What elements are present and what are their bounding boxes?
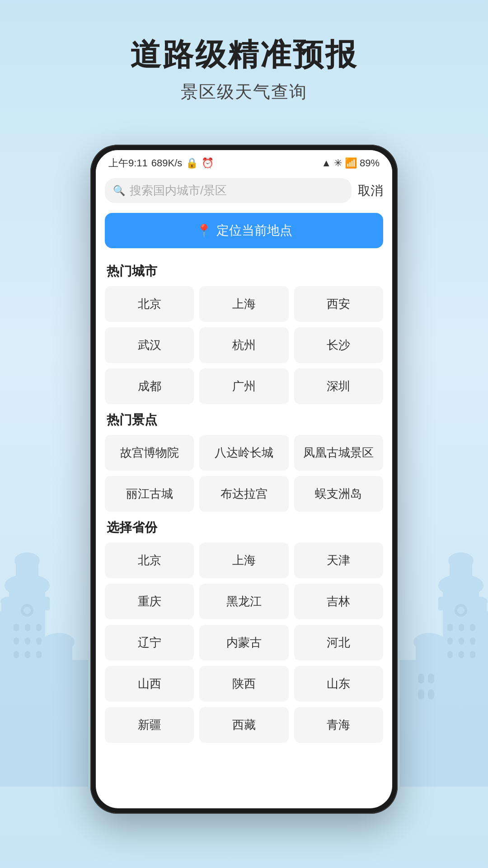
scenic-potala[interactable]: 布达拉宫 [199,476,288,512]
hot-scenic-grid: 故宫博物院 八达岭长城 凤凰古城景区 丽江古城 布达拉宫 蜈支洲岛 [105,435,383,512]
prov-beijing[interactable]: 北京 [105,542,194,578]
city-wuhan[interactable]: 武汉 [105,327,194,363]
svg-point-33 [413,633,445,651]
svg-rect-32 [416,642,443,787]
scenic-fenghuang[interactable]: 凤凰古城景区 [294,435,383,471]
scenic-wuzhizhou[interactable]: 蜈支洲岛 [294,476,383,512]
status-network: 689K/s [151,157,183,169]
svg-rect-20 [36,651,42,658]
prov-tianjin[interactable]: 天津 [294,542,383,578]
svg-rect-49 [428,689,434,699]
cancel-button[interactable]: 取消 [358,182,383,199]
scenic-lijiang[interactable]: 丽江古城 [105,476,194,512]
svg-rect-15 [14,637,19,645]
svg-rect-24 [438,597,483,610]
city-shenzhen[interactable]: 深圳 [294,368,383,404]
svg-point-44 [455,604,467,617]
alarm-icon: ⏰ [202,157,214,169]
svg-point-45 [457,607,465,614]
svg-rect-28 [474,615,488,787]
prov-jilin[interactable]: 吉林 [294,584,383,619]
phone-mockup: 上午9:11 689K/s 🔒 ⏰ ▲ ✳ 📶 89% 🔍 [90,145,398,814]
prov-qinghai[interactable]: 青海 [294,707,383,743]
main-title: 道路级精准预报 [0,36,488,73]
scroll-content[interactable]: 热门城市 北京 上海 西安 武汉 杭州 长沙 成都 广州 深圳 热门景点 故宫博… [96,255,392,808]
svg-rect-36 [459,624,464,631]
status-bar: 上午9:11 689K/s 🔒 ⏰ ▲ ✳ 📶 89% [96,150,392,174]
prov-xizang[interactable]: 西藏 [199,707,288,743]
prov-shandong[interactable]: 山东 [294,666,383,702]
provinces-title: 选择省份 [107,519,383,536]
svg-rect-35 [447,624,453,631]
scenic-gugong[interactable]: 故宫博物院 [105,435,194,471]
svg-rect-40 [470,637,475,645]
svg-rect-34 [400,660,418,787]
svg-point-6 [0,609,15,620]
city-changsha[interactable]: 长沙 [294,327,383,363]
svg-rect-0 [9,583,45,787]
svg-rect-47 [428,674,434,684]
svg-rect-17 [36,637,42,645]
svg-rect-14 [36,624,42,631]
status-right: ▲ ✳ 📶 89% [321,157,380,169]
svg-point-29 [473,609,488,620]
prov-shaanxi[interactable]: 陕西 [199,666,288,702]
svg-rect-37 [470,624,475,631]
svg-rect-13 [25,624,30,631]
prov-chongqing[interactable]: 重庆 [105,584,194,619]
city-chengdu[interactable]: 成都 [105,368,194,404]
status-left: 上午9:11 689K/s 🔒 ⏰ [108,156,214,170]
city-hangzhou[interactable]: 杭州 [199,327,288,363]
svg-rect-41 [447,651,453,658]
locate-button[interactable]: 📍 定位当前地点 [105,213,383,248]
prov-heilongjiang[interactable]: 黑龙江 [199,584,288,619]
svg-rect-12 [14,624,19,631]
svg-rect-42 [459,651,464,658]
svg-rect-18 [14,651,19,658]
search-icon: 🔍 [113,185,125,197]
svg-rect-19 [25,651,30,658]
bluetooth-icon: ✳ [334,157,342,169]
signal-icon: 📶 [345,157,357,169]
city-guangzhou[interactable]: 广州 [199,368,288,404]
prov-liaoning[interactable]: 辽宁 [105,625,194,660]
pin-icon: 📍 [196,223,212,238]
search-placeholder: 搜索国内城市/景区 [130,183,227,198]
svg-point-10 [43,633,75,651]
scenic-badaling[interactable]: 八达岭长城 [199,435,288,471]
prov-neimenggu[interactable]: 内蒙古 [199,625,288,660]
svg-rect-9 [45,642,72,787]
svg-rect-30 [476,601,487,617]
svg-rect-46 [418,674,424,684]
sub-title: 景区级天气查询 [0,80,488,104]
svg-point-21 [21,604,33,617]
svg-point-4 [14,552,40,569]
svg-rect-43 [470,651,475,658]
battery-icon: 89% [360,157,380,169]
svg-point-25 [438,574,483,597]
city-xian[interactable]: 西安 [294,286,383,322]
svg-rect-48 [418,689,424,699]
search-input-box[interactable]: 🔍 搜索国内城市/景区 [105,178,352,203]
city-beijing[interactable]: 北京 [105,286,194,322]
svg-rect-39 [459,637,464,645]
svg-rect-11 [70,660,88,787]
svg-point-27 [448,552,474,569]
prov-hebei[interactable]: 河北 [294,625,383,660]
status-time: 上午9:11 [108,156,148,170]
svg-rect-7 [1,601,12,617]
city-shanghai[interactable]: 上海 [199,286,288,322]
svg-rect-3 [16,561,38,588]
svg-rect-38 [447,637,453,645]
hot-scenic-title: 热门景点 [107,411,383,429]
svg-rect-1 [5,597,50,610]
lock-icon: 🔒 [186,157,198,169]
svg-rect-26 [450,561,472,588]
svg-point-22 [23,607,31,614]
hot-cities-title: 热门城市 [107,263,383,280]
locate-label: 定位当前地点 [216,222,292,239]
prov-shanghai[interactable]: 上海 [199,542,288,578]
svg-point-31 [475,597,488,605]
prov-xinjiang[interactable]: 新疆 [105,707,194,743]
prov-shanxi[interactable]: 山西 [105,666,194,702]
